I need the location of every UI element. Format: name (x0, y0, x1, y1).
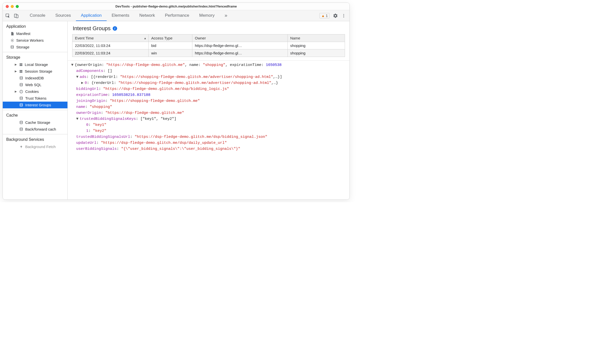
collapse-icon[interactable]: ▼ (76, 74, 80, 80)
main-panel: Interest Groups i Event Time▲ Access Typ… (68, 21, 349, 199)
svg-point-16 (20, 76, 23, 77)
detail-line[interactable]: ▶0: {renderUrl: "https://shopping-fledge… (71, 80, 346, 86)
info-icon[interactable]: i (113, 26, 117, 31)
cookie-icon (19, 90, 23, 94)
tab-elements[interactable]: Elements (107, 10, 134, 21)
detail-line[interactable]: joiningOrigin: "https://shopping-fledge-… (71, 98, 346, 104)
events-table: Event Time▲ Access Type Owner Name 22/03… (72, 34, 345, 57)
sidebar-item-indexeddb[interactable]: IndexedDB (3, 75, 67, 81)
col-access-type[interactable]: Access Type (149, 34, 192, 42)
tabs-overflow-button[interactable]: » (220, 10, 232, 21)
svg-point-21 (20, 92, 21, 92)
sidebar-item-session-storage[interactable]: ▶ Session Storage (3, 68, 67, 75)
database-icon (19, 127, 23, 131)
upload-icon (19, 145, 23, 149)
svg-rect-12 (20, 70, 21, 71)
table-row[interactable]: 22/03/2022, 11:03:24 win https://dsp-fle… (72, 49, 345, 57)
sidebar-item-cookies[interactable]: ▶ Cookies (3, 88, 67, 95)
col-name[interactable]: Name (288, 34, 345, 42)
sidebar-item-label: Cookies (25, 89, 39, 94)
sidebar-item-bfcache[interactable]: Back/forward cach (3, 126, 67, 133)
sidebar-item-manifest[interactable]: Manifest (3, 30, 67, 37)
sidebar-item-label: Web SQL (25, 83, 41, 87)
cell-owner: https://dsp-fledge-demo.gl… (192, 42, 288, 49)
object-detail-viewer[interactable]: ▼{ownerOrigin: "https://dsp-fledge-demo.… (68, 60, 349, 199)
tab-console[interactable]: Console (25, 10, 50, 21)
col-owner[interactable]: Owner (192, 34, 288, 42)
detail-line[interactable]: userBiddingSignals: "{\"user_bidding_sig… (71, 146, 346, 152)
tab-memory[interactable]: Memory (194, 10, 219, 21)
sidebar-item-storage[interactable]: Storage (3, 44, 67, 50)
close-window-button[interactable] (6, 5, 9, 8)
collapse-icon[interactable]: ▼ (76, 116, 80, 122)
detail-line[interactable]: name: "shopping" (71, 104, 346, 110)
tab-network[interactable]: Network (134, 10, 160, 21)
warning-icon: ▲ (321, 14, 325, 18)
events-table-wrap: Event Time▲ Access Type Owner Name 22/03… (68, 34, 349, 59)
database-icon (19, 121, 23, 125)
sidebar-item-cache-storage[interactable]: Cache Storage (3, 119, 67, 126)
maximize-window-button[interactable] (16, 5, 19, 8)
sidebar-item-websql[interactable]: Web SQL (3, 81, 67, 88)
titlebar: DevTools - publisher-fledge-demo.glitch.… (3, 3, 349, 10)
detail-line[interactable]: trustedBiddingSignalsUrl: "https://dsp-f… (71, 134, 346, 140)
cell-owner: https://dsp-fledge-demo.gl… (192, 49, 288, 57)
grid-icon (19, 63, 23, 66)
panel-header: Interest Groups i (68, 21, 349, 34)
sidebar-item-label: Interest Groups (25, 103, 51, 107)
sidebar-item-background-fetch[interactable]: Background Fetch (3, 143, 67, 150)
warning-count: 1 (326, 14, 328, 18)
expand-arrow-icon[interactable]: ▶ (15, 63, 17, 66)
detail-line[interactable]: 0: "key1" (71, 122, 346, 128)
cell-type: win (149, 49, 192, 57)
device-toggle-icon[interactable] (14, 13, 19, 18)
svg-point-25 (20, 121, 23, 122)
svg-point-4 (343, 15, 344, 16)
sidebar-item-label: Trust Tokens (25, 96, 46, 100)
sidebar-header-application: Application (3, 23, 67, 30)
panel-title: Interest Groups (73, 25, 111, 32)
tab-performance[interactable]: Performance (160, 10, 194, 21)
tab-application[interactable]: Application (76, 10, 107, 21)
detail-line[interactable]: ▼{ownerOrigin: "https://dsp-fledge-demo.… (71, 62, 346, 68)
sidebar-header-storage: Storage (3, 54, 67, 61)
issues-badge[interactable]: ▲ 1 (319, 13, 329, 18)
detail-line[interactable]: ownerOrigin: "https://dsp-fledge-demo.gl… (71, 110, 346, 116)
expand-arrow-icon[interactable]: ▶ (15, 70, 17, 73)
sidebar-item-label: Cache Storage (25, 120, 50, 125)
svg-point-19 (20, 91, 21, 91)
expand-arrow-icon[interactable]: ▶ (15, 90, 17, 93)
svg-rect-15 (21, 71, 22, 73)
col-event-time[interactable]: Event Time▲ (72, 34, 149, 42)
more-icon[interactable] (341, 13, 346, 18)
sidebar-item-label: Background Fetch (25, 145, 56, 149)
gear-icon[interactable] (333, 13, 338, 18)
database-icon (19, 76, 23, 80)
tab-sources[interactable]: Sources (50, 10, 76, 21)
sidebar-item-label: IndexedDB (25, 76, 44, 80)
inspect-icon[interactable] (5, 13, 10, 18)
sidebar-item-trust-tokens[interactable]: Trust Tokens (3, 95, 67, 102)
collapse-icon[interactable]: ▼ (71, 62, 75, 68)
sidebar-item-service-workers[interactable]: Service Workers (3, 37, 67, 44)
detail-line[interactable]: ▼trustedBiddingSignalsKeys: ["key1", "ke… (71, 116, 346, 122)
expand-icon[interactable]: ▶ (81, 80, 85, 86)
svg-point-18 (20, 90, 23, 93)
table-row[interactable]: 22/03/2022, 11:03:24 bid https://dsp-fle… (72, 42, 345, 49)
detail-line[interactable]: 1: "key2" (71, 128, 346, 134)
detail-line[interactable]: expirationTime: 1650538216.837188 (71, 92, 346, 98)
sidebar-group-cache: Cache Cache Storage Back/forward cach (3, 110, 67, 134)
svg-point-6 (12, 40, 13, 41)
minimize-window-button[interactable] (11, 5, 14, 8)
detail-line[interactable]: adComponents: [] (71, 68, 346, 74)
sidebar-item-local-storage[interactable]: ▶ Local Storage (3, 61, 67, 68)
detail-line[interactable]: ▼ads: [{renderUrl: "https://shopping-fle… (71, 74, 346, 80)
svg-point-20 (21, 91, 22, 91)
detail-line[interactable]: updateUrl: "https://dsp-fledge-demo.glit… (71, 140, 346, 146)
detail-line[interactable]: biddingUrl: "https://dsp-fledge-demo.gli… (71, 86, 346, 92)
sidebar-item-interest-groups[interactable]: Interest Groups (3, 102, 67, 108)
cell-name: shopping (288, 49, 345, 57)
database-icon (19, 103, 23, 107)
sidebar-item-label: Manifest (16, 31, 30, 36)
svg-rect-9 (21, 63, 22, 64)
